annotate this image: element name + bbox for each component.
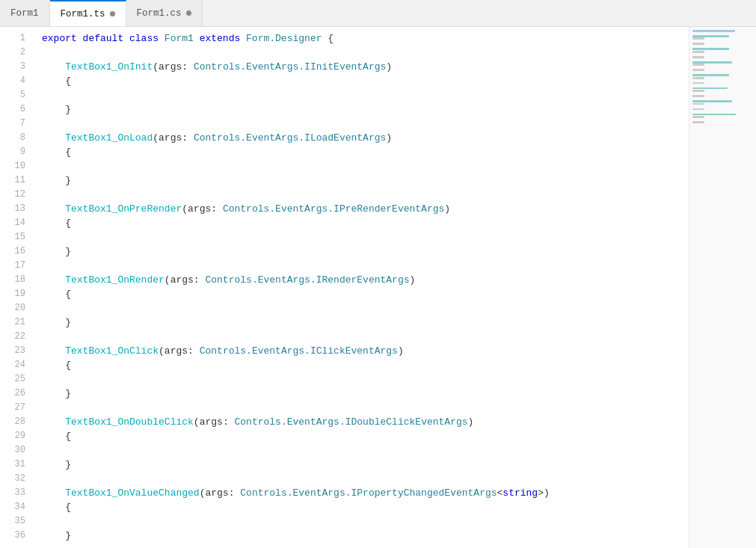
line-number: 15 — [0, 230, 25, 244]
token-punct: ( — [200, 486, 206, 500]
token-type: Controls.EventArgs.IPropertyChangedEvent… — [240, 486, 497, 500]
token-fn: TextBox1_OnInit — [42, 60, 153, 74]
line-number: 19 — [0, 287, 25, 301]
code-line: TextBox1_OnRender(args: Controls.EventAr… — [42, 273, 689, 287]
line-number: 30 — [0, 443, 25, 458]
code-line — [42, 46, 689, 60]
token-punct: ) — [386, 60, 392, 74]
line-number: 3 — [0, 60, 25, 74]
line-number: 24 — [0, 358, 25, 372]
token-punct: ( — [153, 60, 159, 74]
code-line — [42, 88, 689, 102]
token-punct: >) — [538, 486, 550, 500]
token-punct: { — [322, 31, 334, 46]
token-param: args — [165, 344, 188, 358]
token-type: Controls.EventArgs.IDoubleClickEventArgs — [234, 415, 467, 429]
code-line: { — [42, 74, 689, 88]
code-line — [42, 330, 689, 344]
line-number: 4 — [0, 74, 25, 88]
code-line: } — [42, 102, 689, 117]
line-number: 18 — [0, 273, 25, 287]
line-number: 10 — [0, 159, 25, 173]
line-number: 35 — [0, 514, 25, 529]
line-number: 33 — [0, 486, 25, 500]
token-param: args — [170, 273, 194, 287]
tab-form1[interactable]: Form1 — [0, 0, 50, 26]
token-cls: Form.Designer — [246, 31, 322, 46]
tab-modified-dot — [186, 10, 191, 16]
code-line — [42, 301, 689, 315]
token-punct: { — [42, 358, 71, 372]
token-punct: : — [182, 60, 194, 74]
line-number: 23 — [0, 344, 25, 358]
line-number: 21 — [0, 315, 25, 330]
line-number: 28 — [0, 415, 25, 429]
code-line — [42, 372, 689, 387]
token-punct: { — [42, 500, 71, 514]
token-punct: : — [194, 273, 206, 287]
token-punct: ) — [468, 415, 474, 429]
tab-form1cs[interactable]: Form1.cs — [126, 0, 203, 26]
token-punct: : — [188, 344, 200, 358]
code-line: } — [42, 529, 689, 543]
code-line: TextBox1_OnValueChanged(args: Controls.E… — [42, 486, 689, 500]
minimap-line — [692, 56, 704, 58]
token-punct: ) — [398, 344, 404, 358]
line-number: 25 — [0, 372, 25, 387]
token-type: Controls.EventArgs.IInitEventArgs — [194, 60, 386, 74]
code-line: { — [42, 429, 689, 443]
token-punct: } — [42, 529, 71, 543]
token-punct: ( — [159, 344, 165, 358]
token-param: args — [200, 415, 223, 429]
code-line: TextBox1_OnDoubleClick(args: Controls.Ev… — [42, 415, 689, 429]
line-number: 29 — [0, 429, 25, 443]
token-punct: { — [42, 287, 71, 301]
minimap-line — [692, 95, 704, 97]
token-kw: export default class — [42, 31, 165, 46]
minimap-line — [692, 69, 704, 71]
minimap-line — [692, 43, 704, 45]
line-number: 26 — [0, 387, 25, 401]
code-line: { — [42, 287, 689, 301]
token-type: Controls.EventArgs.IRenderEventArgs — [205, 273, 409, 287]
token-param: args — [188, 202, 211, 216]
code-line: } — [42, 458, 689, 472]
code-line — [42, 188, 689, 202]
token-param: args — [159, 131, 182, 145]
line-number: 7 — [0, 117, 25, 131]
minimap-line — [692, 30, 735, 32]
token-kw: string — [503, 486, 538, 500]
line-number: 22 — [0, 330, 25, 344]
code-line — [42, 259, 689, 273]
minimap-line — [692, 90, 704, 92]
code-line — [42, 443, 689, 458]
token-punct: { — [42, 216, 71, 230]
token-punct: < — [497, 486, 503, 500]
minimap-line — [692, 35, 729, 37]
code-area[interactable]: export default class Form1 extends Form.… — [33, 27, 689, 548]
minimap-line — [692, 121, 704, 123]
code-line — [42, 514, 689, 529]
minimap — [689, 27, 756, 548]
token-punct: : — [229, 486, 241, 500]
tab-form1ts[interactable]: Form1.ts — [50, 0, 126, 26]
line-number: 31 — [0, 458, 25, 472]
token-punct: } — [42, 102, 71, 117]
editor-container: 1234567891011121314151617181920212223242… — [0, 27, 756, 548]
token-fn: TextBox1_OnLoad — [42, 131, 153, 145]
token-param: args — [159, 60, 182, 74]
minimap-line — [692, 100, 732, 102]
token-punct: { — [42, 145, 71, 159]
code-line: TextBox1_OnLoad(args: Controls.EventArgs… — [42, 131, 689, 145]
code-line: { — [42, 145, 689, 159]
token-param: args — [205, 486, 228, 500]
line-number: 36 — [0, 529, 25, 543]
token-punct: ( — [194, 415, 200, 429]
minimap-line — [692, 37, 704, 40]
code-line: TextBox1_OnPreRender(args: Controls.Even… — [42, 202, 689, 216]
code-line — [42, 230, 689, 244]
code-line: } — [42, 387, 689, 401]
token-punct: ( — [182, 202, 188, 216]
minimap-line — [692, 108, 704, 111]
token-fn: TextBox1_OnDoubleClick — [42, 415, 194, 429]
